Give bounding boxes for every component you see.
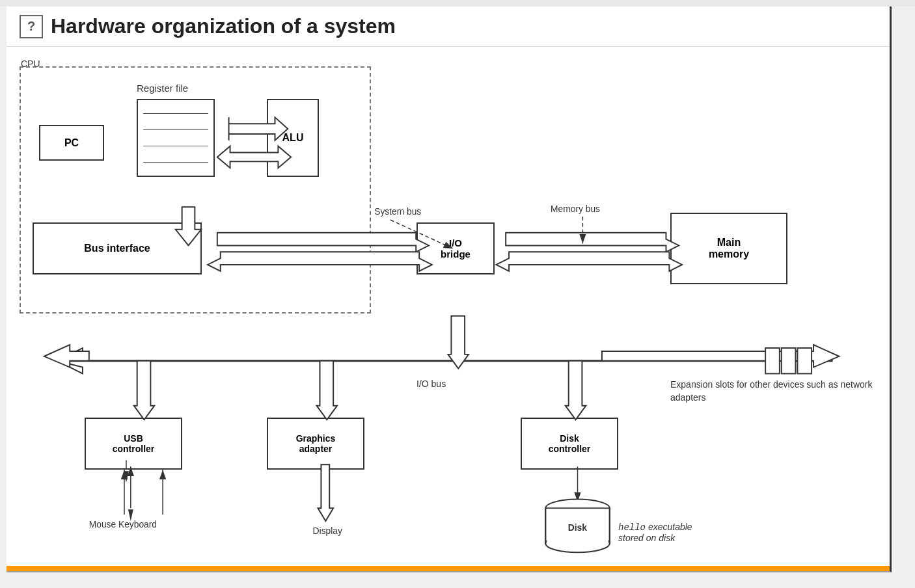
svg-text:Mouse Keyboard: Mouse Keyboard	[89, 520, 157, 529]
diagram-area: CPU Register file PC ALU	[7, 47, 890, 566]
svg-marker-14	[496, 252, 682, 271]
pc-box: PC	[39, 125, 104, 161]
graphics-adapter-box: Graphics adapter	[267, 418, 364, 470]
svg-marker-28	[134, 361, 155, 420]
main-memory-box: Main memory	[670, 213, 787, 284]
svg-text:Display: Display	[313, 526, 342, 536]
question-icon: ?	[20, 15, 43, 38]
io-bridge-box: I/O bridge	[417, 222, 495, 274]
svg-point-42	[545, 500, 610, 518]
svg-marker-35	[124, 471, 129, 483]
svg-marker-39	[318, 464, 334, 521]
page-container: ? Hardware organization of a system CPU …	[0, 7, 915, 588]
svg-marker-22	[44, 345, 89, 367]
svg-marker-20	[57, 348, 83, 361]
title-bar: ? Hardware organization of a system	[7, 7, 890, 47]
bottom-bar	[7, 566, 890, 571]
svg-rect-24	[765, 348, 780, 373]
alu-box: ALU	[267, 99, 319, 177]
svg-text:Memory bus: Memory bus	[551, 204, 600, 214]
svg-marker-33	[128, 509, 133, 521]
svg-marker-23	[602, 345, 840, 367]
svg-marker-13	[506, 233, 679, 252]
page-title: Hardware organization of a system	[51, 14, 396, 38]
svg-marker-27	[448, 316, 469, 369]
svg-rect-26	[797, 348, 812, 373]
svg-rect-25	[782, 348, 796, 373]
svg-marker-29	[317, 361, 338, 420]
io-bus-label: I/O bus	[417, 379, 446, 389]
svg-rect-45	[547, 509, 608, 542]
svg-text:Disk: Disk	[568, 523, 587, 533]
svg-text:System bus: System bus	[374, 207, 421, 217]
hello-code: hello	[618, 522, 646, 533]
usb-controller-box: USB controller	[85, 418, 182, 470]
svg-marker-21	[57, 361, 83, 374]
register-file-label: Register file	[137, 83, 188, 94]
svg-rect-43	[545, 508, 610, 543]
hello-text: hello executablestored on disk	[618, 522, 692, 543]
main-panel: ? Hardware organization of a system CPU …	[7, 7, 892, 572]
expansion-slots-label: Expansion slots for other devices such a…	[670, 379, 890, 404]
disk-controller-box: Disk controller	[521, 418, 618, 470]
bus-interface-box: Bus interface	[33, 222, 202, 274]
svg-point-44	[545, 535, 610, 553]
svg-marker-30	[566, 361, 586, 420]
register-file-box	[137, 99, 215, 177]
